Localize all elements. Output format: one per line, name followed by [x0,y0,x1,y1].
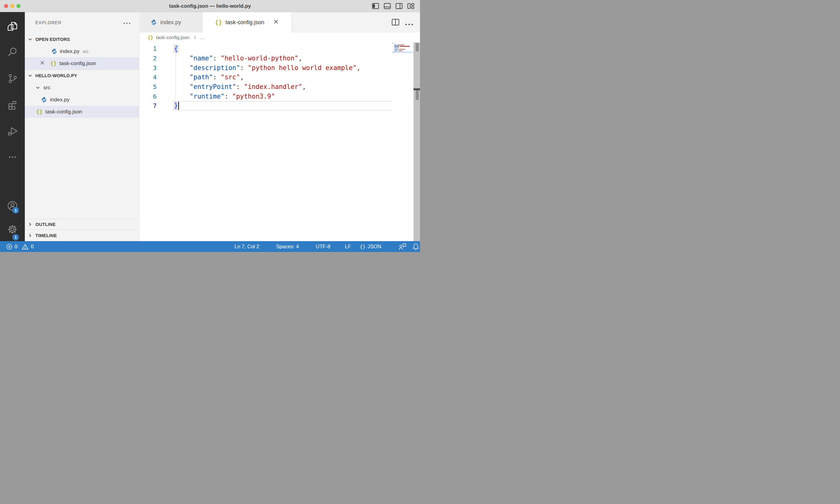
python-file-icon [151,19,157,25]
json-file-icon: {} [36,109,42,115]
close-tab-icon[interactable] [273,19,279,26]
error-icon [6,244,13,250]
titlebar: task-config.json — hello-world.py [0,0,420,12]
editor-more-actions-icon[interactable] [405,21,414,27]
chevron-down-icon [27,73,33,78]
feedback-icon[interactable] [398,241,406,252]
explorer-sidebar: EXPLORER OPEN EDITORS index.py src [25,12,139,241]
json-file-icon: {} [215,19,222,26]
code-text: "path": "src", [157,73,244,81]
tree-folder-src[interactable]: src [25,82,139,94]
code-line[interactable]: 4 "path": "src", [140,73,420,82]
chevron-down-icon [35,85,41,90]
outline-section-header[interactable]: OUTLINE [25,219,139,229]
status-bar: 0 0 Ln 7, Col 2 Spaces: 4 UTF-8 LF {} JS… [0,241,420,252]
editor-group: index.py {} task-config.json {} task-con… [140,12,420,241]
code-text: "entryPoint": "index.handler", [157,83,306,90]
run-debug-icon[interactable] [7,125,18,137]
warning-icon [22,244,29,250]
vscode-window: task-config.json — hello-world.py [0,0,420,252]
line-number: 5 [140,83,157,90]
sidebar-title: EXPLORER [35,20,62,25]
code-line[interactable]: 3 "description": "python hello world exa… [140,63,420,73]
window-title: task-config.json — hello-world.py [0,0,420,12]
current-line-highlight [172,101,392,111]
line-number: 7 [140,102,157,109]
python-file-icon [41,97,47,103]
chevron-right-icon [192,35,197,40]
code-editor[interactable]: 1{2 "name": "hello-world-python",3 "desc… [140,44,420,111]
breadcrumb-symbol[interactable]: … [200,35,205,40]
search-icon[interactable] [7,46,18,57]
settings-gear-icon[interactable] [7,224,18,235]
tab-taskconfig[interactable]: {} task-config.json [203,12,292,33]
line-number: 1 [140,45,157,52]
open-editors-section-header[interactable]: OPEN EDITORS [25,33,139,45]
code-line[interactable]: 7} [140,101,420,111]
warning-count: 0 [31,244,34,250]
tree-file-indexpy[interactable]: index.py [25,94,139,106]
eol-status[interactable]: LF [345,241,351,252]
json-file-icon: {} [50,60,56,67]
cursor-position-status[interactable]: Ln 7, Col 2 [234,241,259,252]
explorer-icon[interactable] [7,21,18,32]
file-path-suffix: src [83,49,88,54]
indentation-status[interactable]: Spaces: 4 [276,241,299,252]
workspace-section-header[interactable]: HELLO-WORLD.PY [25,69,139,82]
chevron-right-icon [27,233,33,238]
breadcrumb[interactable]: {} task-config.json … [140,33,420,42]
minimap[interactable] [393,43,413,67]
text-cursor [178,102,179,110]
indent-guide [176,54,176,101]
scrollbar-handle[interactable] [416,90,419,100]
extensions-icon[interactable] [7,99,18,110]
error-count: 0 [15,244,17,250]
code-text: "runtime": "python3.9" [157,93,275,100]
explorer-actions-icon[interactable] [123,21,131,27]
chevron-right-icon [27,222,33,227]
minimap-slider[interactable] [416,43,419,52]
problems-status[interactable]: 0 0 [6,241,34,252]
code-line[interactable]: 6 "runtime": "python3.9" [140,91,420,101]
tab-indexpy[interactable]: index.py [140,12,203,33]
tab-label: task-config.json [226,19,264,26]
code-text: "name": "hello-world-python", [157,55,302,62]
tab-bar: index.py {} task-config.json [140,12,420,33]
toggle-panel-icon[interactable] [384,2,391,10]
more-views-icon[interactable] [7,151,18,163]
toggle-sidebar-icon[interactable] [372,2,379,10]
file-name: index.py [60,48,80,55]
tree-file-taskconfig[interactable]: {} task-config.json [25,106,139,118]
language-mode-status[interactable]: {} JSON [360,241,381,252]
line-number: 6 [140,93,157,100]
braces-icon: {} [360,244,365,250]
timeline-section-header[interactable]: TIMELINE [25,229,139,241]
python-file-icon [51,48,57,55]
code-text: } [157,102,179,110]
tab-label: index.py [160,19,181,26]
close-editor-icon[interactable] [40,60,45,67]
chevron-down-icon [27,37,33,42]
settings-badge: 1 [13,234,19,240]
file-name: task-config.json [59,60,96,67]
activity-bar: 1 1 [0,12,25,241]
split-editor-icon[interactable] [392,19,399,26]
editor-scrollbar[interactable] [414,42,420,241]
code-text: "description": "python hello world examp… [157,64,361,72]
source-control-icon[interactable] [7,73,18,84]
accounts-badge: 1 [13,207,19,214]
toggle-secondary-sidebar-icon[interactable] [396,2,403,10]
notifications-bell-icon[interactable] [413,241,419,252]
code-line[interactable]: 5 "entryPoint": "index.handler", [140,82,420,92]
code-line[interactable]: 1{ [140,44,420,54]
code-line[interactable]: 2 "name": "hello-world-python", [140,54,420,63]
line-number: 3 [140,64,157,72]
customize-layout-icon[interactable] [407,2,415,10]
line-number: 2 [140,55,157,62]
line-number: 4 [140,73,157,81]
open-editor-item-taskconfig[interactable]: {} task-config.json [25,57,139,69]
json-file-icon: {} [148,35,153,40]
open-editor-item-indexpy[interactable]: index.py src [25,45,139,57]
encoding-status[interactable]: UTF-8 [316,241,330,252]
breadcrumb-file[interactable]: task-config.json [156,35,190,40]
